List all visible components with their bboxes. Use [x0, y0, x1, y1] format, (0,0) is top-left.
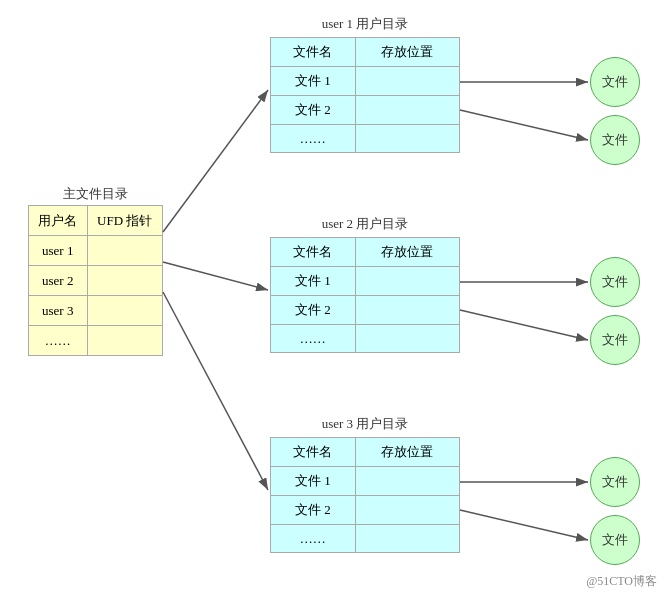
ufd1-table: 文件名 存放位置 文件 1 文件 2 ……	[270, 37, 460, 153]
ufd1-header-location: 存放位置	[355, 38, 459, 67]
ufd3-row3: ……	[271, 525, 356, 553]
main-row-ellipsis: ……	[29, 326, 88, 356]
arrow-main-ufd2	[163, 262, 268, 290]
ufd2-row2: 文件 2	[271, 296, 356, 325]
ufd1-row3-loc	[355, 125, 459, 153]
ufd2-row1-loc	[355, 267, 459, 296]
ufd3-header-location: 存放位置	[355, 438, 459, 467]
ufd1-row2-loc	[355, 96, 459, 125]
ufd1-row3: ……	[271, 125, 356, 153]
ufd2-row3: ……	[271, 325, 356, 353]
main-header-ufd: UFD 指针	[87, 206, 163, 236]
main-row-user1-ufd	[87, 236, 163, 266]
ufd2-row3-loc	[355, 325, 459, 353]
ufd2-table: 文件名 存放位置 文件 1 文件 2 ……	[270, 237, 460, 353]
ufd3-row1-loc	[355, 467, 459, 496]
ufd3-table: 文件名 存放位置 文件 1 文件 2 ……	[270, 437, 460, 553]
ufd2-section: user 2 用户目录 文件名 存放位置 文件 1 文件 2 ……	[270, 215, 460, 353]
file-circle-1-2: 文件	[590, 115, 640, 165]
arrow-main-ufd3	[163, 292, 268, 490]
main-row-user2: user 2	[29, 266, 88, 296]
ufd1-row2: 文件 2	[271, 96, 356, 125]
main-row-user2-ufd	[87, 266, 163, 296]
file-circle-3-1: 文件	[590, 457, 640, 507]
diagram: 主文件目录 用户名 UFD 指针 user 1 user 2 user 3 ………	[0, 0, 665, 598]
main-row-user1: user 1	[29, 236, 88, 266]
file-circle-2-2: 文件	[590, 315, 640, 365]
ufd1-row1-loc	[355, 67, 459, 96]
arrow-ufd3-file2	[460, 510, 588, 540]
ufd3-row1: 文件 1	[271, 467, 356, 496]
ufd2-row1: 文件 1	[271, 267, 356, 296]
ufd2-header-location: 存放位置	[355, 238, 459, 267]
arrow-ufd2-file2	[460, 310, 588, 340]
watermark: @51CTO博客	[586, 573, 657, 590]
ufd2-header-filename: 文件名	[271, 238, 356, 267]
main-dir-label: 主文件目录	[30, 185, 160, 203]
arrow-main-ufd1	[163, 90, 268, 232]
ufd3-row3-loc	[355, 525, 459, 553]
ufd3-row2: 文件 2	[271, 496, 356, 525]
main-row-user3: user 3	[29, 296, 88, 326]
main-row-user3-ufd	[87, 296, 163, 326]
ufd1-row1: 文件 1	[271, 67, 356, 96]
ufd3-row2-loc	[355, 496, 459, 525]
main-header-username: 用户名	[29, 206, 88, 236]
ufd1-label: user 1 用户目录	[270, 15, 460, 33]
arrow-ufd1-file2	[460, 110, 588, 140]
file-circle-1-1: 文件	[590, 57, 640, 107]
ufd3-label: user 3 用户目录	[270, 415, 460, 433]
main-row-ellipsis-ufd	[87, 326, 163, 356]
ufd3-section: user 3 用户目录 文件名 存放位置 文件 1 文件 2 ……	[270, 415, 460, 553]
file-circle-2-1: 文件	[590, 257, 640, 307]
ufd1-section: user 1 用户目录 文件名 存放位置 文件 1 文件 2 ……	[270, 15, 460, 153]
file-circle-3-2: 文件	[590, 515, 640, 565]
ufd2-row2-loc	[355, 296, 459, 325]
ufd1-header-filename: 文件名	[271, 38, 356, 67]
main-dir-table: 用户名 UFD 指针 user 1 user 2 user 3 ……	[28, 205, 163, 356]
ufd3-header-filename: 文件名	[271, 438, 356, 467]
ufd2-label: user 2 用户目录	[270, 215, 460, 233]
